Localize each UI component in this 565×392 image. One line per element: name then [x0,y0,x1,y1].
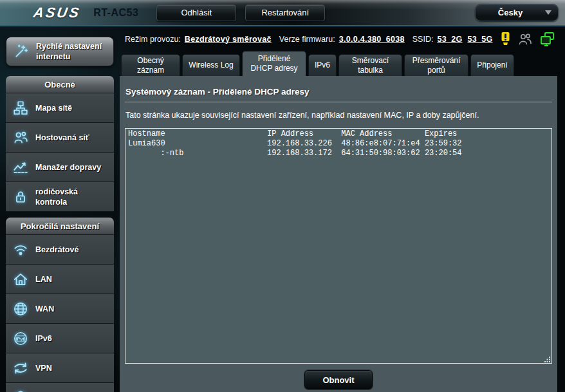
sidebar-item-label: WAN [35,304,57,314]
tab-routing-table[interactable]: Směrovací tabulka [338,54,402,76]
router-model: RT-AC53 [93,7,138,19]
title-divider [125,102,552,102]
wired-clients-icon[interactable] [539,32,556,47]
refresh-button[interactable]: Obnovit [304,370,373,389]
traffic-manager-icon [6,159,35,176]
sidebar-item-vpn[interactable]: VPN [6,353,114,383]
section-header-advanced: Pokročilá nastavení [6,218,114,235]
sidebar-item-label: rodičovská kontrola [35,187,114,208]
language-selected: Česky [476,8,545,17]
page-description: Tato stránka ukazuje související nastave… [125,111,551,120]
sidebar-item-ipv6[interactable]: IPv6 IPv6 [6,324,114,353]
sidebar-item-label: LAN [35,274,55,285]
sidebar-item-wireless[interactable]: Bezdrátové [6,235,114,265]
logout-button[interactable]: Odhlásit [156,5,236,21]
page-title: Systémový záznam - Přidělené DHCP adresy [125,87,551,97]
tab-port-forwarding[interactable]: Přesměrování portů [404,54,468,76]
top-bar: ASUS RT-AC53 Odhlásit Restartování Česky [0,0,565,26]
tab-dhcp-leases[interactable]: Přidělené DHCP adresy [242,51,306,76]
operation-mode-label: Režim provozu: [125,35,181,44]
tab-wireless-log[interactable]: Wireless Log [182,54,240,76]
sidebar-item-wan[interactable]: WAN [6,294,114,324]
lan-home-icon [6,271,35,288]
sidebar-item-label: Manažer dopravy [35,162,104,173]
firmware-label: Verze firmwaru: [279,35,335,44]
firmware-version-link[interactable]: 3.0.0.4.380_6038 [339,35,405,44]
sidebar-item-label: IPv6 [35,333,55,344]
clients-icon[interactable] [517,32,533,46]
sidebar: Rychlé nastavení internetu Obecné Mapa s… [6,37,114,392]
network-map-icon [6,100,35,117]
language-select[interactable]: Česky [475,4,559,21]
warning-lamp-icon[interactable] [500,32,511,47]
button-row: Obnovit [125,370,552,389]
magic-wand-icon [6,43,36,60]
asus-logo: ASUS [32,5,82,21]
sidebar-section-advanced: Pokročilá nastavení Bezdrátové LAN [6,218,114,392]
section-header-general: Obecné [6,76,114,93]
ssid-2g-link[interactable]: 53_2G [437,35,462,44]
vpn-arrows-icon [6,360,35,377]
quick-setup-button[interactable]: Rychlé nastavení internetu [6,37,114,66]
wan-globe-icon [6,301,35,317]
ssid-5g-link[interactable]: 53_5G [467,35,492,44]
operation-mode-link[interactable]: Bezdrátový směrovač [185,35,272,44]
sidebar-item-label: Mapa sítě [35,103,75,113]
status-bar: Režim provozu: Bezdrátový směrovač Verze… [120,28,565,50]
sidebar-item-label: VPN [35,363,55,373]
sidebar-item-lan[interactable]: LAN [6,265,114,294]
content-panel: Systémový záznam - Přidělené DHCP adresy… [120,76,557,392]
log-tabs: Obecný záznam Wireless Log Přidělené DHC… [120,50,565,76]
tab-general-log[interactable]: Obecný záznam [121,54,180,76]
resize-grip-icon[interactable] [544,356,551,362]
wireless-icon [6,241,35,258]
main-area: Režim provozu: Bezdrátový směrovač Verze… [120,28,565,392]
quick-setup-label: Rychlé nastavení internetu [36,41,113,62]
sidebar-item-parental-control[interactable]: rodičovská kontrola [6,182,114,212]
guest-network-icon [6,129,35,146]
dhcp-lease-log[interactable]: Hostname IP Address MAC Address Expires … [125,128,552,364]
tab-connections[interactable]: Připojení [470,54,514,76]
status-icons [500,32,561,47]
svg-text:IPv6: IPv6 [15,336,26,342]
chevron-down-icon [545,10,551,15]
reboot-button[interactable]: Restartování [245,5,325,21]
sidebar-item-label: Hostovaná síť [35,133,92,143]
firewall-shield-icon [6,389,35,392]
ipv6-icon: IPv6 [6,330,35,347]
parental-control-icon [6,189,35,205]
sidebar-item-guest-network[interactable]: Hostovaná síť [6,123,114,153]
sidebar-item-traffic-manager[interactable]: Manažer dopravy [6,153,114,182]
sidebar-section-general: Obecné Mapa sítě Hostovaná síť [6,76,114,212]
tab-ipv6[interactable]: IPv6 [308,54,337,76]
sidebar-item-label: Bezdrátové [35,245,81,255]
sidebar-item-network-map[interactable]: Mapa sítě [6,93,114,123]
ssid-label: SSID: [412,35,434,44]
sidebar-item-firewall[interactable]: Firewall [6,383,114,392]
dhcp-lease-log-container: Hostname IP Address MAC Address Expires … [125,128,552,364]
